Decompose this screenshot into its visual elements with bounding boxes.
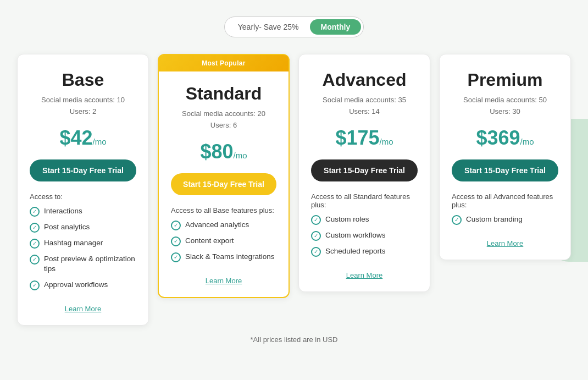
feature-item: ✓ Content export — [171, 236, 276, 246]
feature-item: ✓ Custom branding — [452, 214, 558, 225]
check-icon: ✓ — [30, 207, 40, 217]
feature-text: Hashtag manager — [44, 238, 103, 249]
features-label-base: Access to: — [30, 192, 136, 201]
feature-text: Custom roles — [325, 214, 369, 225]
check-icon: ✓ — [30, 280, 40, 290]
yearly-toggle[interactable]: Yearly- Save 25% — [227, 19, 310, 35]
feature-text: Scheduled reports — [325, 246, 386, 257]
feature-item: ✓ Slack & Teams integrations — [171, 252, 276, 262]
plan-meta-premium: Social media accounts: 50Users: 30 — [452, 95, 558, 118]
price-period-standard: /mo — [234, 151, 247, 160]
feature-item: ✓ Custom roles — [311, 214, 418, 225]
trial-button-standard[interactable]: Start 15-Day Free Trial — [171, 173, 276, 195]
price-period-advanced: /mo — [380, 137, 393, 146]
plan-name-premium: Premium — [452, 70, 558, 90]
check-icon: ✓ — [452, 215, 462, 225]
plan-card-premium: PremiumSocial media accounts: 50Users: 3… — [439, 54, 571, 260]
feature-text: Approval workflows — [44, 280, 108, 290]
check-icon: ✓ — [171, 236, 181, 246]
check-icon: ✓ — [30, 255, 40, 265]
check-icon: ✓ — [311, 247, 321, 257]
learn-more-advanced[interactable]: Learn More — [311, 262, 418, 279]
feature-item: ✓ Post preview & optimization tips — [30, 254, 136, 275]
check-icon: ✓ — [171, 252, 181, 262]
check-icon: ✓ — [30, 223, 40, 233]
plan-card-standard: Most PopularStandardSocial media account… — [158, 54, 290, 298]
trial-button-advanced[interactable]: Start 15-Day Free Trial — [311, 159, 418, 181]
plans-container: BaseSocial media accounts: 10Users: 2 $4… — [11, 54, 577, 326]
feature-text: Interactions — [44, 206, 82, 217]
feature-item: ✓ Custom workflows — [311, 230, 418, 241]
feature-text: Content export — [185, 236, 234, 246]
feature-item: ✓ Post analytics — [30, 222, 136, 233]
learn-more-base[interactable]: Learn More — [30, 296, 136, 313]
plan-price-base: $42/mo — [30, 126, 136, 150]
features-label-advanced: Access to all Standard features plus: — [311, 192, 418, 209]
check-icon: ✓ — [311, 231, 321, 241]
check-icon: ✓ — [311, 215, 321, 225]
plan-meta-standard: Social media accounts: 20Users: 6 — [171, 108, 276, 131]
price-period-premium: /mo — [520, 137, 534, 146]
feature-text: Custom branding — [466, 214, 523, 225]
plan-name-base: Base — [30, 70, 136, 90]
features-label-standard: Access to all Base features plus: — [171, 206, 276, 214]
feature-text: Slack & Teams integrations — [185, 252, 275, 262]
monthly-toggle[interactable]: Monthly — [310, 19, 362, 35]
trial-button-base[interactable]: Start 15-Day Free Trial — [30, 159, 136, 181]
plan-card-base: BaseSocial media accounts: 10Users: 2 $4… — [17, 54, 149, 326]
feature-text: Post preview & optimization tips — [44, 254, 136, 275]
check-icon: ✓ — [171, 221, 181, 230]
plan-price-standard: $80/mo — [171, 140, 276, 163]
plan-meta-advanced: Social media accounts: 35Users: 14 — [311, 95, 418, 118]
plan-card-advanced: AdvancedSocial media accounts: 35Users: … — [298, 54, 430, 292]
feature-text: Post analytics — [44, 222, 90, 233]
feature-item: ✓ Hashtag manager — [30, 238, 136, 249]
footer-note: *All prices listed are in USD — [251, 335, 338, 344]
billing-toggle[interactable]: Yearly- Save 25% Monthly — [224, 16, 364, 37]
feature-item: ✓ Advanced analytics — [171, 220, 276, 230]
feature-text: Custom workflows — [325, 230, 386, 241]
price-amount-premium: $369 — [476, 126, 520, 149]
feature-item: ✓ Interactions — [30, 206, 136, 217]
most-popular-badge: Most Popular — [159, 55, 289, 71]
plan-name-advanced: Advanced — [311, 70, 418, 90]
price-amount-advanced: $175 — [335, 126, 379, 149]
check-icon: ✓ — [30, 239, 40, 249]
features-label-premium: Access to all Advanced features plus: — [452, 192, 558, 209]
plan-price-premium: $369/mo — [452, 126, 558, 150]
price-amount-standard: $80 — [200, 140, 233, 163]
plan-price-advanced: $175/mo — [311, 126, 418, 150]
price-period-base: /mo — [93, 137, 107, 146]
learn-more-standard[interactable]: Learn More — [171, 268, 276, 285]
plan-name-standard: Standard — [171, 84, 276, 104]
price-amount-base: $42 — [59, 126, 92, 149]
feature-item: ✓ Scheduled reports — [311, 246, 418, 257]
feature-text: Advanced analytics — [185, 220, 249, 230]
learn-more-premium[interactable]: Learn More — [452, 230, 558, 247]
plan-meta-base: Social media accounts: 10Users: 2 — [30, 95, 136, 118]
trial-button-premium[interactable]: Start 15-Day Free Trial — [452, 159, 558, 181]
feature-item: ✓ Approval workflows — [30, 280, 136, 290]
